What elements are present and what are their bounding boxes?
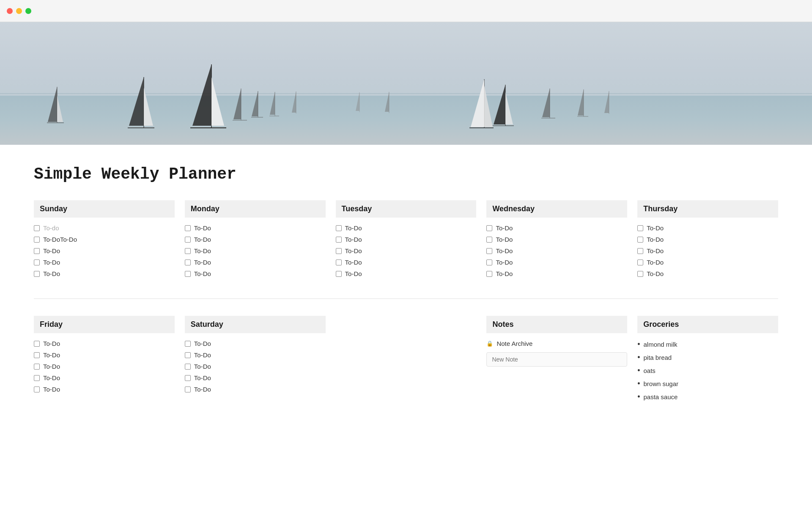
todo-label: To-Do [43, 374, 60, 381]
checkbox[interactable] [34, 237, 40, 243]
grocery-label: pita bread [644, 354, 672, 361]
groceries-section: Groceries •almond milk•pita bread•oats•b… [637, 316, 778, 406]
todo-item[interactable]: To-Do [34, 259, 175, 266]
checkbox[interactable] [637, 225, 643, 231]
notes-section: Notes 🔒 Note Archive [486, 316, 627, 406]
checkbox[interactable] [185, 387, 191, 392]
todo-item[interactable]: To-Do [637, 270, 778, 277]
todo-item[interactable]: To-Do [336, 259, 477, 266]
checkbox[interactable] [185, 352, 191, 358]
hero-image [0, 22, 812, 145]
notes-header: Notes [486, 316, 627, 333]
close-button[interactable] [7, 8, 13, 14]
todo-item[interactable]: To-Do [34, 374, 175, 381]
checkbox[interactable] [34, 248, 40, 254]
checkbox[interactable] [34, 364, 40, 370]
svg-marker-16 [252, 91, 258, 116]
minimize-button[interactable] [16, 8, 22, 14]
checkbox[interactable] [336, 248, 342, 254]
checkbox[interactable] [185, 364, 191, 370]
todo-item[interactable]: To-Do [185, 224, 326, 232]
day-header-wednesday: Wednesday [486, 200, 627, 218]
todo-label: To-Do [496, 236, 513, 243]
todo-item[interactable]: To-Do [637, 259, 778, 266]
todo-item[interactable]: To-Do [185, 247, 326, 254]
todo-label: To-Do [194, 247, 211, 254]
checkbox[interactable] [34, 387, 40, 392]
todo-item[interactable]: To-Do [336, 247, 477, 254]
checkbox[interactable] [185, 341, 191, 347]
checkbox[interactable] [34, 271, 40, 277]
checkbox[interactable] [185, 225, 191, 231]
day-header-monday: Monday [185, 200, 326, 218]
todo-label: To-Do [43, 247, 60, 254]
checkbox[interactable] [637, 260, 643, 265]
checkbox[interactable] [336, 237, 342, 243]
todo-item[interactable]: To-Do [637, 236, 778, 243]
svg-marker-6 [144, 88, 153, 126]
todo-label: To-Do [194, 270, 211, 277]
todo-item[interactable]: To-Do [34, 351, 175, 359]
grocery-label: brown sugar [644, 380, 679, 387]
todo-item[interactable]: To-Do [336, 270, 477, 277]
todo-label: To-Do [496, 247, 513, 254]
todo-item[interactable]: To-Do [185, 270, 326, 277]
todo-item[interactable]: To-Do [34, 340, 175, 347]
todo-label: To-Do [194, 386, 211, 393]
todo-item[interactable]: To-Do [185, 363, 326, 370]
checkbox[interactable] [34, 352, 40, 358]
checkbox[interactable] [486, 225, 492, 231]
checkbox[interactable] [34, 375, 40, 381]
todo-item[interactable]: To-Do [336, 224, 477, 232]
checkbox[interactable] [336, 225, 342, 231]
checkbox[interactable] [637, 248, 643, 254]
maximize-button[interactable] [25, 8, 31, 14]
checkbox[interactable] [486, 237, 492, 243]
todo-item[interactable]: To-Do [336, 236, 477, 243]
checkbox[interactable] [185, 375, 191, 381]
todo-item[interactable]: To-do [34, 224, 175, 232]
todo-label: To-DoTo-Do [43, 236, 77, 243]
todo-item[interactable]: To-Do [185, 340, 326, 347]
note-archive-item[interactable]: 🔒 Note Archive [486, 340, 627, 347]
svg-marker-2 [211, 77, 224, 126]
todo-item[interactable]: To-Do [486, 224, 627, 232]
todo-item[interactable]: To-Do [637, 247, 778, 254]
todo-item[interactable]: To-Do [185, 236, 326, 243]
todo-label: To-Do [345, 259, 362, 266]
todo-item[interactable]: To-Do [185, 351, 326, 359]
checkbox[interactable] [185, 248, 191, 254]
checkbox[interactable] [185, 260, 191, 265]
todo-item[interactable]: To-Do [486, 259, 627, 266]
svg-marker-13 [233, 88, 241, 119]
titlebar [0, 0, 812, 22]
checkbox[interactable] [637, 271, 643, 277]
checkbox[interactable] [637, 237, 643, 243]
todo-label: To-Do [43, 270, 60, 277]
todo-item[interactable]: To-Do [34, 363, 175, 370]
checkbox[interactable] [336, 271, 342, 277]
todo-item[interactable]: To-DoTo-Do [34, 236, 175, 243]
todo-item[interactable]: To-Do [185, 386, 326, 393]
day-header-friday: Friday [34, 316, 175, 333]
new-note-input[interactable] [486, 352, 627, 367]
todo-item[interactable]: To-Do [185, 259, 326, 266]
checkbox[interactable] [34, 260, 40, 265]
checkbox[interactable] [185, 237, 191, 243]
todo-item[interactable]: To-Do [185, 374, 326, 381]
checkbox[interactable] [486, 248, 492, 254]
todo-item[interactable]: To-Do [34, 270, 175, 277]
todo-item[interactable]: To-Do [486, 236, 627, 243]
checkbox[interactable] [34, 341, 40, 347]
checkbox[interactable] [34, 225, 40, 231]
todo-item[interactable]: To-Do [486, 270, 627, 277]
todo-item[interactable]: To-Do [637, 224, 778, 232]
todo-item[interactable]: To-Do [34, 386, 175, 393]
todo-label: To-Do [345, 270, 362, 277]
todo-item[interactable]: To-Do [486, 247, 627, 254]
checkbox[interactable] [336, 260, 342, 265]
checkbox[interactable] [185, 271, 191, 277]
todo-item[interactable]: To-Do [34, 247, 175, 254]
checkbox[interactable] [486, 260, 492, 265]
checkbox[interactable] [486, 271, 492, 277]
